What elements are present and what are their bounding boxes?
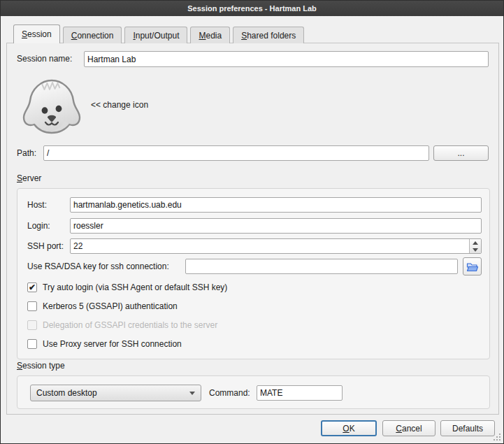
ok-button[interactable]: OK bbox=[321, 420, 377, 436]
window-title: Session preferences - Hartman Lab bbox=[187, 4, 317, 13]
checkbox-row-gssapi-delegation: Delegation of GSSAPI credentials to the … bbox=[27, 320, 217, 331]
checkbox-proxy[interactable] bbox=[27, 339, 37, 349]
rsa-key-input[interactable] bbox=[185, 259, 458, 274]
checkbox-auto-login[interactable] bbox=[27, 282, 37, 292]
checkbox-row-kerberos[interactable]: Kerberos 5 (GSSAPI) authentication bbox=[27, 301, 178, 312]
session-tab-pane: Session name: << change icon Path: bbox=[6, 43, 499, 415]
session-name-label: Session name: bbox=[17, 51, 72, 66]
ssh-port-label: SSH port: bbox=[27, 238, 64, 254]
tab-session[interactable]: Session bbox=[13, 24, 60, 43]
server-group: Host: Login: SSH port: 22 Use RSA/DSA ke… bbox=[17, 188, 490, 359]
checkbox-gssapi-delegation bbox=[27, 320, 37, 330]
ssh-port-value[interactable]: 22 bbox=[71, 239, 469, 253]
path-label: Path: bbox=[17, 145, 36, 161]
arrow-up-icon bbox=[473, 241, 478, 245]
tab-media[interactable]: Media bbox=[190, 27, 230, 43]
tab-shared-folders[interactable]: Shared folders bbox=[233, 27, 304, 43]
host-input[interactable] bbox=[70, 197, 482, 213]
spin-up-button[interactable] bbox=[470, 239, 481, 246]
session-type-group: Custom desktop Command: bbox=[17, 375, 490, 409]
checkbox-kerberos[interactable] bbox=[27, 301, 37, 311]
session-type-group-label: Session type bbox=[17, 360, 65, 371]
session-type-select[interactable]: Custom desktop bbox=[30, 385, 201, 401]
checkbox-kerberos-label: Kerberos 5 (GSSAPI) authentication bbox=[43, 301, 178, 311]
command-label: Command: bbox=[209, 385, 250, 401]
spin-down-button[interactable] bbox=[470, 246, 481, 253]
chevron-down-icon bbox=[189, 392, 195, 395]
folder-open-icon bbox=[466, 262, 479, 272]
checkbox-row-auto-login[interactable]: Try auto login (via SSH Agent or default… bbox=[27, 282, 227, 293]
tab-input-output[interactable]: Input/Output bbox=[124, 27, 187, 43]
checkbox-proxy-label: Use Proxy server for SSH connection bbox=[43, 339, 182, 349]
session-type-selected-option: Custom desktop bbox=[36, 388, 185, 398]
change-icon-label: << change icon bbox=[91, 99, 148, 110]
host-label: Host: bbox=[27, 197, 47, 213]
session-icon-seal[interactable] bbox=[21, 78, 82, 136]
path-input[interactable] bbox=[43, 145, 429, 161]
defaults-button[interactable]: Defaults bbox=[440, 420, 495, 436]
checkbox-auto-login-label: Try auto login (via SSH Agent or default… bbox=[43, 282, 227, 292]
arrow-down-icon bbox=[473, 248, 478, 252]
resize-grip[interactable] bbox=[493, 433, 501, 441]
tab-connection[interactable]: Connection bbox=[63, 27, 122, 43]
server-group-label: Server bbox=[17, 173, 41, 184]
rsa-key-browse-button[interactable] bbox=[463, 257, 482, 275]
path-browse-button[interactable]: ... bbox=[433, 145, 489, 161]
login-input[interactable] bbox=[70, 218, 482, 234]
titlebar[interactable]: Session preferences - Hartman Lab bbox=[1, 1, 503, 16]
login-label: Login: bbox=[27, 218, 50, 234]
checkbox-gssapi-delegation-label: Delegation of GSSAPI credentials to the … bbox=[43, 320, 217, 330]
ssh-port-spinner bbox=[469, 239, 481, 253]
session-name-input[interactable] bbox=[84, 51, 489, 67]
cancel-button[interactable]: Cancel bbox=[382, 420, 435, 436]
ssh-port-spinbox[interactable]: 22 bbox=[70, 238, 482, 254]
rsa-key-label: Use RSA/DSA key for ssh connection: bbox=[27, 259, 169, 274]
session-preferences-dialog: Session preferences - Hartman Lab Sessio… bbox=[0, 0, 504, 444]
checkbox-row-proxy[interactable]: Use Proxy server for SSH connection bbox=[27, 338, 182, 350]
tab-bar: Session Connection Input/Output Media Sh… bbox=[13, 24, 307, 43]
command-input[interactable] bbox=[257, 385, 343, 401]
seal-icon bbox=[21, 78, 82, 136]
